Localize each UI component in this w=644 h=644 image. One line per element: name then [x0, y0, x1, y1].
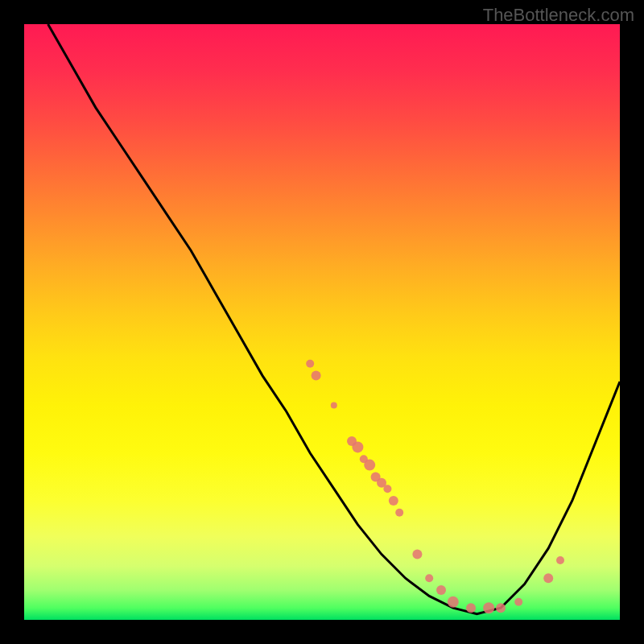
data-point	[543, 573, 553, 583]
data-point	[389, 496, 398, 506]
data-point	[331, 402, 337, 409]
data-point	[352, 441, 363, 452]
bottleneck-curve	[48, 24, 620, 614]
data-point	[556, 556, 564, 564]
data-point	[448, 597, 459, 608]
watermark-text: TheBottleneck.com	[483, 5, 634, 26]
points-layer	[306, 360, 564, 613]
curve-layer	[48, 24, 620, 614]
plot-area	[24, 24, 620, 620]
data-point	[483, 602, 494, 613]
data-point	[496, 603, 506, 613]
data-point	[514, 598, 522, 606]
data-point	[412, 550, 422, 559]
chart-svg	[24, 24, 620, 620]
data-point	[364, 460, 375, 471]
data-point	[436, 585, 446, 595]
data-point	[383, 485, 391, 493]
data-point	[312, 371, 321, 381]
data-point	[395, 509, 403, 517]
data-point	[306, 360, 314, 368]
data-point	[425, 574, 433, 582]
data-point	[466, 603, 476, 613]
